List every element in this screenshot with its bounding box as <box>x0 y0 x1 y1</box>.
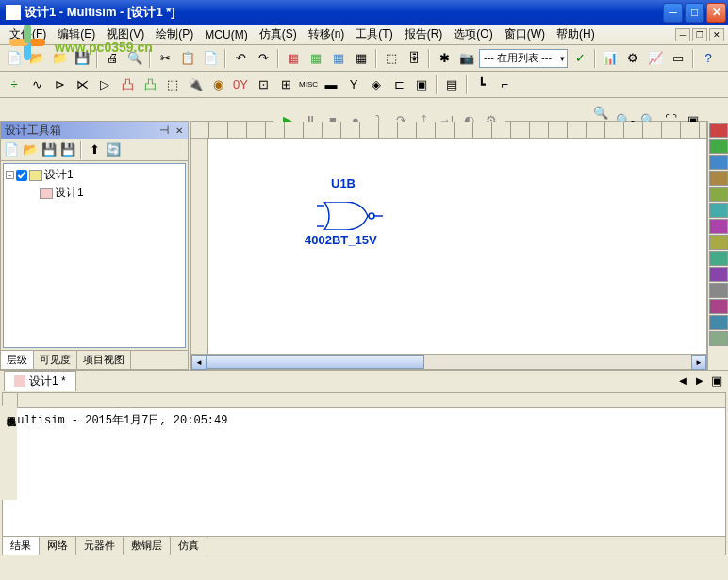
transistor-button[interactable]: ⋉ <box>72 75 92 95</box>
toolbox-up-button[interactable]: ⬆ <box>86 141 103 158</box>
redo-button[interactable]: ↷ <box>253 48 273 69</box>
toolbox-close-button[interactable]: ✕ <box>173 124 186 137</box>
nor-gate-icon[interactable] <box>317 202 383 230</box>
design-tree[interactable]: - 设计1 设计1 <box>3 163 186 348</box>
grapher-icon[interactable]: 📊 <box>600 48 620 69</box>
scroll-track[interactable] <box>207 355 691 369</box>
tree-collapse-icon[interactable]: - <box>6 171 14 179</box>
hierarchy-button[interactable]: ▤ <box>441 75 462 95</box>
tab-project[interactable]: 项目视图 <box>77 351 131 369</box>
cut-button[interactable]: ✂ <box>155 48 175 69</box>
postprocessor-icon[interactable]: 📈 <box>645 48 666 69</box>
print-button[interactable]: 🖨 <box>102 48 123 69</box>
view-spreadsheet-button[interactable]: ▦ <box>283 48 304 69</box>
menu-mcu[interactable]: MCU(M) <box>199 26 253 43</box>
bus-button[interactable]: ┗ <box>472 75 492 95</box>
analog-button[interactable]: ▷ <box>94 75 115 95</box>
scroll-thumb[interactable] <box>207 355 424 369</box>
menu-options[interactable]: 选项(O) <box>448 25 498 44</box>
menu-tools[interactable]: 工具(T) <box>350 25 398 44</box>
undo-button[interactable]: ↶ <box>230 48 251 69</box>
mcu-comp-button[interactable]: ▣ <box>411 75 432 95</box>
new-button[interactable]: 📄 <box>4 48 25 69</box>
maximize-button[interactable]: □ <box>685 3 704 23</box>
scrollbar-horizontal[interactable]: ◄ ► <box>191 354 706 369</box>
doctab-next-button[interactable]: ► <box>692 373 707 389</box>
misc2-button[interactable]: MISC <box>298 75 319 95</box>
tree-root-item[interactable]: - 设计1 <box>6 166 183 184</box>
view-parent-button[interactable]: ▦ <box>351 48 372 69</box>
connector-button[interactable]: ⊏ <box>389 75 409 95</box>
logic-analyzer-button[interactable] <box>709 251 728 266</box>
bode-button[interactable] <box>709 203 728 218</box>
diode-button[interactable]: ⊳ <box>49 75 70 95</box>
wire-button[interactable]: ⌐ <box>494 75 515 95</box>
rf-button[interactable]: ▬ <box>321 75 341 95</box>
output-header[interactable] <box>3 393 725 408</box>
tree-child-item[interactable]: 设计1 <box>6 184 183 202</box>
outtab-components[interactable]: 元器件 <box>76 537 124 555</box>
menu-window[interactable]: 窗口(W) <box>499 25 551 44</box>
tab-hierarchy[interactable]: 层级 <box>1 351 34 369</box>
menu-reports[interactable]: 报告(R) <box>399 25 449 44</box>
toolbox-pin-icon[interactable]: ⊣ <box>159 124 169 137</box>
breadboard-button[interactable]: ▭ <box>668 48 688 69</box>
toolbox-saveall-button[interactable]: 💾 <box>59 141 76 158</box>
view-grapher-button[interactable]: ▦ <box>306 48 326 69</box>
mixed-button[interactable]: 🔌 <box>185 75 206 95</box>
open-button[interactable]: 📂 <box>26 48 47 69</box>
logic-converter-button[interactable] <box>709 267 728 282</box>
print-preview-button[interactable]: 🔍 <box>124 48 145 69</box>
iv-analyzer-button[interactable] <box>709 283 728 298</box>
doctab-design1[interactable]: 设计1 * <box>4 371 76 391</box>
menu-edit[interactable]: 编辑(E) <box>52 25 101 44</box>
mdi-close-button[interactable]: ✕ <box>709 28 724 41</box>
function-gen-button[interactable] <box>709 139 728 154</box>
network-button[interactable] <box>709 331 728 346</box>
oscilloscope-button[interactable] <box>709 171 728 186</box>
component-wizard-button[interactable]: ⬚ <box>381 48 402 69</box>
4ch-scope-button[interactable] <box>709 187 728 202</box>
basic-button[interactable]: ∿ <box>26 75 47 95</box>
menu-file[interactable]: 文件(F) <box>4 25 52 44</box>
freq-counter-button[interactable] <box>709 219 728 234</box>
electromech-button[interactable]: Y <box>343 75 364 95</box>
component-part[interactable]: 4002BT_15V <box>305 233 377 247</box>
inuse-list-combo[interactable]: --- 在用列表 --- <box>479 49 568 68</box>
outtab-result[interactable]: 结果 <box>3 537 40 555</box>
menu-transfer[interactable]: 转移(n) <box>303 25 351 44</box>
toolbox-save-button[interactable]: 💾 <box>41 141 58 158</box>
erc-button[interactable]: ✱ <box>434 48 455 69</box>
spreadsheet-sidebar-label[interactable]: 电子表格视图 <box>2 406 17 500</box>
power-button[interactable]: 0Y <box>230 75 251 95</box>
toolbox-new-button[interactable]: 📄 <box>3 141 20 158</box>
tab-visibility[interactable]: 可见度 <box>34 351 77 369</box>
doctab-prev-button[interactable]: ◄ <box>675 373 690 389</box>
cmos-button[interactable]: 凸 <box>140 75 160 95</box>
misc-digital-button[interactable]: ⬚ <box>162 75 183 95</box>
open-sample-button[interactable]: 📁 <box>49 48 70 69</box>
scroll-right-button[interactable]: ► <box>691 355 706 370</box>
database-button[interactable]: 🗄 <box>404 48 424 69</box>
ni-button[interactable]: ◈ <box>366 75 387 95</box>
paste-button[interactable]: 📄 <box>200 48 221 69</box>
component-refdes[interactable]: U1B <box>331 176 356 191</box>
misc-button[interactable]: ⊡ <box>253 75 273 95</box>
view-postprocessor-button[interactable]: ▦ <box>328 48 349 69</box>
schematic-canvas[interactable]: U1B 4002BT_15V <box>208 139 706 354</box>
mdi-restore-button[interactable]: ❐ <box>692 28 707 41</box>
copy-button[interactable]: 📋 <box>177 48 198 69</box>
close-button[interactable]: ✕ <box>706 3 726 23</box>
menu-sim[interactable]: 仿真(S) <box>254 25 303 44</box>
menu-view[interactable]: 视图(V) <box>101 25 150 44</box>
toolbox-open-button[interactable]: 📂 <box>22 141 39 158</box>
minimize-button[interactable]: ─ <box>663 3 683 23</box>
outtab-sim[interactable]: 仿真 <box>171 537 207 555</box>
advanced-button[interactable]: ⊞ <box>275 75 296 95</box>
capture-button[interactable]: 📷 <box>456 48 477 69</box>
save-button[interactable]: 💾 <box>72 48 92 69</box>
outtab-nets[interactable]: 网络 <box>40 537 76 555</box>
menu-place[interactable]: 绘制(P) <box>150 25 199 44</box>
analysis-button[interactable]: ⚙ <box>622 48 643 69</box>
help-button[interactable]: ? <box>698 48 719 69</box>
